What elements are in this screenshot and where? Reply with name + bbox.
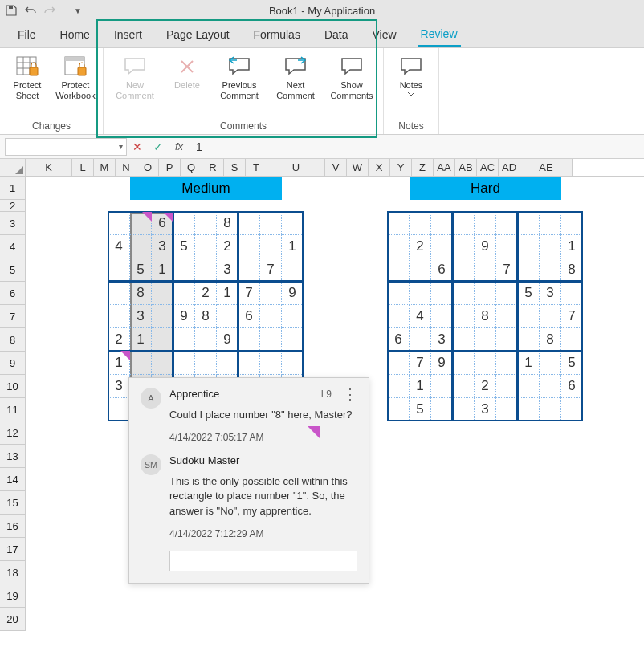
sudoku-cell[interactable]: 3 (540, 282, 561, 305)
sudoku-cell[interactable] (108, 212, 130, 235)
sudoku-cell[interactable] (453, 375, 475, 398)
previous-comment-button[interactable]: Previous Comment (213, 55, 266, 101)
sudoku-cell[interactable] (410, 258, 431, 282)
sudoku-cell[interactable] (195, 258, 217, 282)
sudoku-cell[interactable] (388, 398, 410, 421)
sudoku-cell[interactable]: 9 (475, 235, 496, 258)
sudoku-cell[interactable] (260, 352, 282, 375)
qat-customize-icon[interactable]: ▼ (74, 6, 82, 15)
delete-comment-button[interactable]: Delete (165, 55, 210, 91)
sudoku-cell[interactable] (238, 352, 260, 375)
sudoku-cell[interactable] (453, 352, 475, 375)
sudoku-cell[interactable] (475, 212, 496, 235)
sudoku-cell[interactable] (217, 305, 238, 328)
select-all-corner[interactable] (0, 159, 26, 176)
row-header-12[interactable]: 12 (0, 421, 26, 445)
sudoku-cell[interactable]: 8 (195, 305, 217, 328)
sudoku-cell[interactable]: 1 (282, 235, 304, 258)
tab-formulas[interactable]: Formulas (251, 23, 304, 46)
sudoku-cell[interactable] (431, 212, 453, 235)
sudoku-cell[interactable]: 1 (561, 235, 583, 258)
row-header-13[interactable]: 13 (0, 445, 26, 468)
sudoku-cell[interactable]: 1 (152, 258, 173, 282)
sudoku-cell[interactable] (282, 328, 304, 352)
sudoku-cell[interactable] (475, 258, 496, 282)
sudoku-cell[interactable] (453, 398, 475, 421)
row-header-6[interactable]: 6 (0, 282, 26, 305)
sudoku-hard-grid[interactable]: 29167853487638791512653 (388, 212, 583, 421)
sudoku-cell[interactable] (388, 282, 410, 305)
column-header-AC[interactable]: AC (477, 159, 499, 176)
sudoku-cell[interactable]: 3 (152, 235, 173, 258)
column-header-U[interactable]: U (267, 159, 325, 176)
sudoku-cell[interactable] (496, 212, 518, 235)
sudoku-cell[interactable] (518, 235, 540, 258)
sudoku-cell[interactable] (496, 305, 518, 328)
sudoku-cell[interactable]: 7 (238, 282, 260, 305)
sudoku-cell[interactable]: 8 (475, 305, 496, 328)
sudoku-cell[interactable]: 2 (108, 328, 130, 352)
sudoku-cell[interactable] (260, 305, 282, 328)
column-header-L[interactable]: L (72, 159, 94, 176)
sudoku-cell[interactable] (410, 282, 431, 305)
sudoku-cell[interactable] (217, 352, 238, 375)
sudoku-cell[interactable] (561, 282, 583, 305)
sudoku-cell[interactable] (518, 258, 540, 282)
sudoku-cell[interactable]: 3 (431, 328, 453, 352)
sudoku-cell[interactable]: 2 (410, 235, 431, 258)
sudoku-cell[interactable] (282, 258, 304, 282)
sudoku-cell[interactable] (475, 352, 496, 375)
next-comment-button[interactable]: Next Comment (269, 55, 322, 101)
column-header-M[interactable]: M (94, 159, 116, 176)
row-header-16[interactable]: 16 (0, 515, 26, 538)
sudoku-cell[interactable] (173, 282, 195, 305)
comment-indicator[interactable] (120, 351, 130, 360)
tab-insert[interactable]: Insert (111, 23, 145, 46)
sudoku-cell[interactable] (195, 235, 217, 258)
show-comments-button[interactable]: Show Comments (325, 55, 378, 101)
sudoku-cell[interactable] (388, 352, 410, 375)
column-header-W[interactable]: W (347, 159, 369, 176)
sudoku-cell[interactable] (540, 398, 561, 421)
sudoku-cell[interactable] (173, 328, 195, 352)
sudoku-cell[interactable] (475, 328, 496, 352)
column-header-AB[interactable]: AB (455, 159, 477, 176)
sudoku-cell[interactable] (518, 212, 540, 235)
sudoku-cell[interactable] (496, 352, 518, 375)
sudoku-cell[interactable]: 2 (195, 282, 217, 305)
sudoku-cell[interactable]: 8 (130, 282, 152, 305)
column-header-AA[interactable]: AA (434, 159, 455, 176)
row-header-11[interactable]: 11 (0, 398, 26, 421)
row-header-4[interactable]: 4 (0, 235, 26, 258)
comment-menu-icon[interactable]: ⋮ (343, 391, 357, 397)
sudoku-cell[interactable] (496, 328, 518, 352)
sudoku-cell[interactable] (108, 282, 130, 305)
sudoku-cell[interactable] (410, 212, 431, 235)
sudoku-cell[interactable] (540, 258, 561, 282)
sudoku-cell[interactable] (475, 282, 496, 305)
sudoku-cell[interactable]: 3 (130, 305, 152, 328)
comment-reply-input[interactable] (169, 551, 357, 571)
sudoku-cell[interactable] (453, 258, 475, 282)
sudoku-cell[interactable]: 5 (130, 258, 152, 282)
row-header-9[interactable]: 9 (0, 352, 26, 375)
sudoku-cell[interactable] (453, 305, 475, 328)
tab-file[interactable]: File (14, 23, 39, 46)
tab-page-layout[interactable]: Page Layout (163, 23, 233, 46)
sudoku-cell[interactable] (540, 235, 561, 258)
enter-icon[interactable]: ✓ (148, 140, 169, 153)
sudoku-cell[interactable]: 9 (217, 328, 238, 352)
save-icon[interactable] (5, 4, 18, 17)
sudoku-cell[interactable] (108, 398, 130, 421)
row-header-2[interactable]: 2 (0, 200, 26, 212)
column-header-T[interactable]: T (246, 159, 267, 176)
sudoku-cell[interactable] (238, 328, 260, 352)
sudoku-cell[interactable]: 1 (518, 352, 540, 375)
sudoku-cell[interactable] (540, 305, 561, 328)
row-header-8[interactable]: 8 (0, 328, 26, 352)
sudoku-cell[interactable] (431, 282, 453, 305)
sudoku-cell[interactable]: 5 (561, 352, 583, 375)
sudoku-cell[interactable] (173, 212, 195, 235)
column-header-Z[interactable]: Z (412, 159, 434, 176)
sudoku-cell[interactable]: 5 (518, 282, 540, 305)
